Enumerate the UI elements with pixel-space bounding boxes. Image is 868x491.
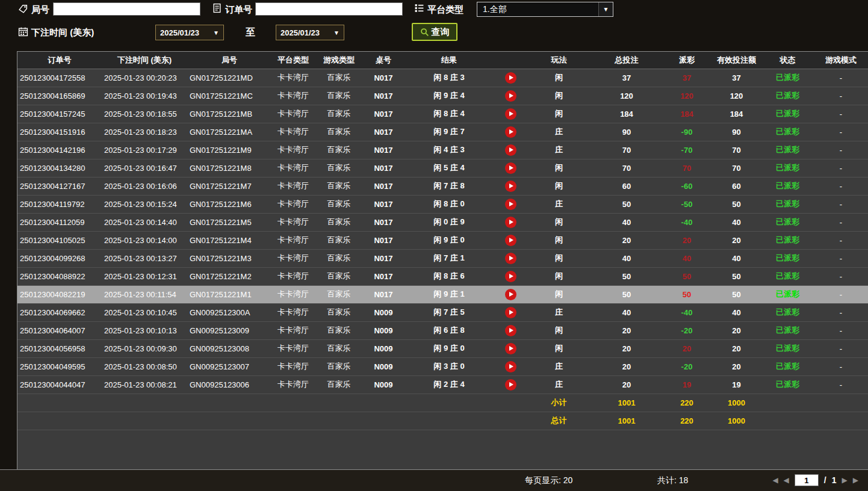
round-number-label: 局号 xyxy=(31,4,49,16)
column-header: 玩法 xyxy=(527,52,591,69)
cell-platform-type: 卡卡湾厅 xyxy=(271,105,315,123)
play-icon[interactable] xyxy=(505,181,516,192)
play-icon[interactable] xyxy=(505,144,516,156)
cell-result: 闲 7 庄 1 xyxy=(404,249,494,267)
date-from-picker[interactable]: 2025/01/23 ▼ xyxy=(155,25,224,40)
cell-platform-type: 卡卡湾厅 xyxy=(271,375,315,394)
cell-bet-time: 2025-01-23 00:11:54 xyxy=(102,285,187,303)
cell-total-bet: 70 xyxy=(591,141,663,159)
play-icon[interactable] xyxy=(505,307,516,318)
chevron-down-icon: ▼ xyxy=(333,29,339,36)
cell-total-bet: 40 xyxy=(591,249,663,267)
table-row[interactable]: 2501230041271672025-01-23 00:16:06GN0172… xyxy=(17,177,868,195)
cell-game-mode: - xyxy=(813,375,868,394)
table-row[interactable]: 2501230040889222025-01-23 00:12:31GN0172… xyxy=(17,267,868,285)
table-row[interactable]: 2501230040640072025-01-23 00:10:13GN0092… xyxy=(17,321,868,339)
cell-valid-bet: 19 xyxy=(711,375,762,394)
play-icon[interactable] xyxy=(505,199,516,210)
play-icon[interactable] xyxy=(505,379,516,391)
play-icon[interactable] xyxy=(505,90,516,102)
cell-result: 闲 8 庄 4 xyxy=(404,105,494,123)
cell-order-number: 250123004044047 xyxy=(17,375,102,394)
cell-play-type: 闲 xyxy=(527,159,591,177)
play-icon[interactable] xyxy=(505,217,516,228)
cell-game-mode: - xyxy=(813,321,868,339)
cell-total-bet: 50 xyxy=(591,195,663,213)
table-row[interactable]: 2501230041658692025-01-23 00:19:43GN0172… xyxy=(17,87,868,105)
first-page-icon[interactable]: ◀ xyxy=(772,476,778,484)
cell-order-number: 250123004082219 xyxy=(17,285,102,303)
cell-status: 已派彩 xyxy=(762,321,813,339)
search-button[interactable]: 查询 xyxy=(412,23,457,41)
page-number-input[interactable] xyxy=(795,474,819,486)
cell-round-number: GN017251221MC xyxy=(187,87,271,105)
cell-total-bet: 184 xyxy=(591,105,663,123)
table-row[interactable]: 2501230041197922025-01-23 00:15:24GN0172… xyxy=(17,195,868,213)
play-icon[interactable] xyxy=(505,235,516,246)
cell-table-number: N017 xyxy=(363,87,404,105)
table-row[interactable]: 2501230040495952025-01-23 00:08:50GN0092… xyxy=(17,357,868,375)
cell-table-number: N017 xyxy=(363,213,404,231)
cell-valid-bet: 40 xyxy=(711,213,762,231)
cell-valid-bet: 20 xyxy=(711,321,762,339)
cell-payout: 50 xyxy=(663,267,711,285)
play-icon[interactable] xyxy=(505,289,516,300)
play-icon[interactable] xyxy=(505,253,516,264)
order-number-input[interactable] xyxy=(255,2,403,16)
cell-game-type: 百家乐 xyxy=(315,177,363,195)
cell-order-number: 250123004105025 xyxy=(17,231,102,249)
table-row[interactable]: 2501230041421962025-01-23 00:17:29GN0172… xyxy=(17,141,868,159)
table-row[interactable]: 2501230040822192025-01-23 00:11:54GN0172… xyxy=(17,285,868,303)
cell-table-number: N017 xyxy=(363,69,404,87)
table-row[interactable]: 2501230040696622025-01-23 00:10:45GN0092… xyxy=(17,303,868,321)
cell-order-number: 250123004112059 xyxy=(17,213,102,231)
play-icon[interactable] xyxy=(505,126,516,138)
cell-valid-bet: 120 xyxy=(711,87,762,105)
cell-order-number: 250123004119792 xyxy=(17,195,102,213)
summary-spacer xyxy=(762,412,868,430)
table-row[interactable]: 2501230040569582025-01-23 00:09:30GN0092… xyxy=(17,339,868,357)
play-icon[interactable] xyxy=(505,271,516,282)
prev-page-icon[interactable]: ◀ xyxy=(784,476,789,484)
last-page-icon[interactable]: ▶ xyxy=(853,476,858,484)
cell-play-type: 闲 xyxy=(527,267,591,285)
cell-payout: 20 xyxy=(663,231,711,249)
cell-valid-bet: 184 xyxy=(711,105,762,123)
table-row[interactable]: 2501230041050252025-01-23 00:14:00GN0172… xyxy=(17,231,868,249)
cell-order-number: 250123004056958 xyxy=(17,339,102,357)
cell-game-mode: - xyxy=(813,123,868,141)
summary-total-bet: 1001 xyxy=(591,412,663,430)
cell-game-type: 百家乐 xyxy=(315,303,363,321)
play-icon[interactable] xyxy=(505,343,516,354)
table-row[interactable]: 2501230041120592025-01-23 00:14:40GN0172… xyxy=(17,213,868,231)
play-icon[interactable] xyxy=(505,108,516,120)
summary-spacer xyxy=(17,394,527,412)
table-row[interactable]: 2501230041725582025-01-23 00:20:23GN0172… xyxy=(17,69,868,87)
play-icon[interactable] xyxy=(505,162,516,174)
table-row[interactable]: 2501230041572452025-01-23 00:18:55GN0172… xyxy=(17,105,868,123)
play-icon[interactable] xyxy=(505,325,516,336)
cell-bet-time: 2025-01-23 00:18:23 xyxy=(102,123,187,141)
table-row[interactable]: 2501230040992682025-01-23 00:13:27GN0172… xyxy=(17,249,868,267)
cell-total-bet: 20 xyxy=(591,231,663,249)
cell-valid-bet: 90 xyxy=(711,123,762,141)
cell-result: 闲 6 庄 8 xyxy=(404,321,494,339)
cell-platform-type: 卡卡湾厅 xyxy=(271,159,315,177)
round-number-input[interactable] xyxy=(53,2,200,16)
cell-game-mode: - xyxy=(813,177,868,195)
cell-replay xyxy=(494,105,527,123)
cell-round-number: GN00925123006 xyxy=(187,375,271,394)
play-icon[interactable] xyxy=(505,72,516,84)
page-separator: / xyxy=(824,475,826,485)
table-row[interactable]: 2501230040440472025-01-23 00:08:21GN0092… xyxy=(17,375,868,394)
date-to-picker[interactable]: 2025/01/23 ▼ xyxy=(276,25,344,40)
table-row[interactable]: 2501230041342802025-01-23 00:16:47GN0172… xyxy=(17,159,868,177)
cell-order-number: 250123004142196 xyxy=(17,141,102,159)
cell-total-bet: 120 xyxy=(591,87,663,105)
platform-type-select[interactable]: 1.全部 ▼ xyxy=(477,2,613,17)
summary-spacer xyxy=(762,394,868,412)
cell-payout: -40 xyxy=(663,213,711,231)
table-row[interactable]: 2501230041519162025-01-23 00:18:23GN0172… xyxy=(17,123,868,141)
play-icon[interactable] xyxy=(505,361,516,372)
next-page-icon[interactable]: ▶ xyxy=(842,476,848,484)
